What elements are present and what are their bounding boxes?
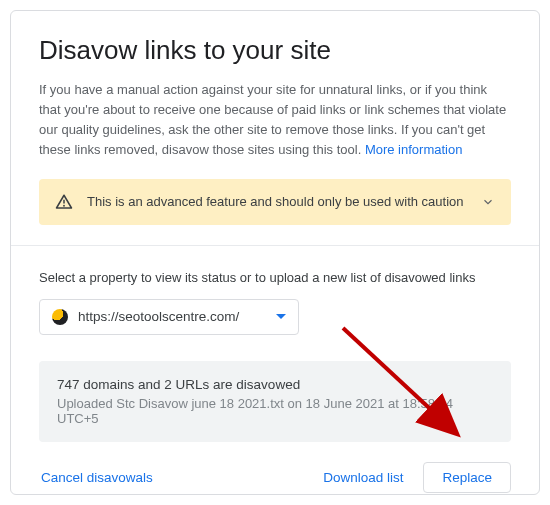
- disavow-status-panel: 747 domains and 2 URLs are disavowed Upl…: [39, 361, 511, 442]
- svg-point-1: [63, 204, 65, 206]
- select-property-prompt: Select a property to view its status or …: [39, 270, 511, 285]
- dropdown-caret-icon: [276, 314, 286, 319]
- chevron-down-icon: [481, 195, 495, 209]
- property-select[interactable]: https://seotoolscentre.com/: [39, 299, 299, 335]
- selected-property-label: https://seotoolscentre.com/: [78, 309, 266, 324]
- page-description: If you have a manual action against your…: [39, 80, 511, 161]
- cancel-disavowals-button[interactable]: Cancel disavowals: [39, 464, 155, 491]
- action-row: Cancel disavowals Download list Replace: [39, 462, 511, 493]
- card-top: Disavow links to your site If you have a…: [11, 11, 539, 245]
- replace-button[interactable]: Replace: [423, 462, 511, 493]
- warning-banner[interactable]: This is an advanced feature and should o…: [39, 179, 511, 225]
- page-title: Disavow links to your site: [39, 35, 511, 66]
- more-information-link[interactable]: More information: [365, 142, 463, 157]
- warning-text: This is an advanced feature and should o…: [87, 194, 467, 209]
- status-summary: 747 domains and 2 URLs are disavowed: [57, 377, 493, 392]
- download-list-button[interactable]: Download list: [321, 464, 405, 491]
- disavow-card: Disavow links to your site If you have a…: [10, 10, 540, 495]
- warning-icon: [55, 193, 73, 211]
- site-favicon-icon: [52, 309, 68, 325]
- card-bottom: Select a property to view its status or …: [11, 246, 539, 495]
- status-uploaded: Uploaded Stc Disavow june 18 2021.txt on…: [57, 396, 493, 426]
